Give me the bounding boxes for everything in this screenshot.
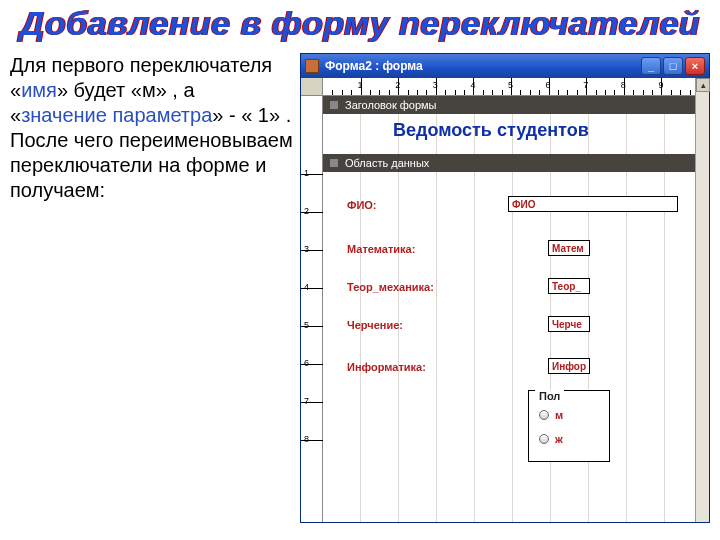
section-icon bbox=[329, 158, 339, 168]
scroll-up-button[interactable]: ▴ bbox=[696, 78, 710, 92]
label-fio[interactable]: ФИО: bbox=[345, 198, 379, 212]
form-detail-area[interactable]: ФИО: ФИО Математика: Матем Теор_механика… bbox=[323, 172, 709, 522]
body-text: Для первого переключателя «имя» будет «м… bbox=[10, 53, 300, 523]
form-header-area[interactable]: Ведомость студентов bbox=[323, 114, 709, 154]
label-math[interactable]: Математика: bbox=[345, 242, 417, 256]
field-math[interactable]: Матем bbox=[548, 240, 590, 256]
window-title: Форма2 : форма bbox=[325, 59, 641, 73]
radio-icon[interactable] bbox=[539, 434, 549, 444]
section-header-label: Заголовок формы bbox=[345, 99, 437, 111]
label-inf[interactable]: Информатика: bbox=[345, 360, 428, 374]
minimize-button[interactable]: _ bbox=[641, 57, 661, 75]
radio-zh[interactable]: ж bbox=[539, 433, 563, 445]
option-group-pol[interactable]: Пол м ж bbox=[528, 390, 610, 462]
label-teor[interactable]: Теор_механика: bbox=[345, 280, 436, 294]
radio-icon[interactable] bbox=[539, 410, 549, 420]
design-canvas[interactable]: Заголовок формы Ведомость студентов Обла… bbox=[323, 96, 709, 522]
section-bar-data[interactable]: Область данных bbox=[323, 154, 709, 172]
ruler-horizontal[interactable]: 12345678910 bbox=[323, 78, 709, 96]
close-button[interactable]: × bbox=[685, 57, 705, 75]
scrollbar-vertical[interactable]: ▴ bbox=[695, 78, 709, 522]
group-title[interactable]: Пол bbox=[535, 390, 564, 402]
field-fio[interactable]: ФИО bbox=[508, 196, 678, 212]
titlebar[interactable]: Форма2 : форма _ □ × bbox=[301, 54, 709, 78]
field-teor[interactable]: Теор_ bbox=[548, 278, 590, 294]
section-bar-header[interactable]: Заголовок формы bbox=[323, 96, 709, 114]
radio-m-label: м bbox=[555, 409, 563, 421]
ruler-vertical[interactable]: 12345678 bbox=[301, 96, 323, 522]
section-data-label: Область данных bbox=[345, 157, 429, 169]
form-icon bbox=[305, 59, 319, 73]
slide-title: Добавление в форму переключателей bbox=[0, 4, 720, 43]
label-cher[interactable]: Черчение: bbox=[345, 318, 405, 332]
maximize-button[interactable]: □ bbox=[663, 57, 683, 75]
form-designer-window: Форма2 : форма _ □ × 12345678910 1234567… bbox=[300, 53, 710, 523]
field-inf[interactable]: Инфор bbox=[548, 358, 590, 374]
form-title-label[interactable]: Ведомость студентов bbox=[393, 120, 589, 141]
radio-zh-label: ж bbox=[555, 433, 563, 445]
field-cher[interactable]: Черче bbox=[548, 316, 590, 332]
radio-m[interactable]: м bbox=[539, 409, 563, 421]
section-icon bbox=[329, 100, 339, 110]
ruler-corner bbox=[301, 78, 323, 96]
